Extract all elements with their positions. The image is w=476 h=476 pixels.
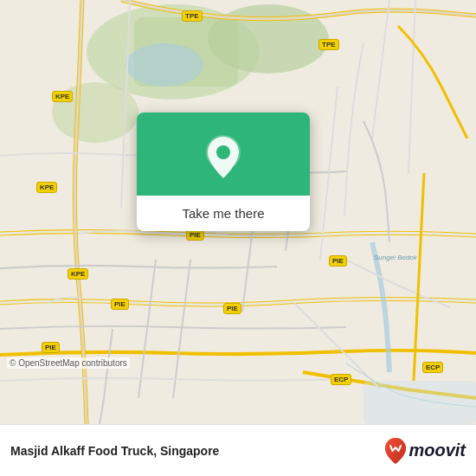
road-label-pie3: PIE [42, 342, 60, 353]
moovit-pin-icon [384, 437, 407, 465]
road-label-pie4: PIE [329, 255, 347, 267]
road-label-ecp2: ECP [422, 362, 443, 373]
svg-point-9 [216, 145, 230, 159]
road-label-pie5: PIE [223, 303, 241, 314]
svg-point-5 [125, 43, 203, 87]
place-name: Masjid Alkaff Food Truck, Singapore [10, 444, 219, 458]
moovit-brand-text: moovit [408, 441, 466, 460]
location-pin-icon [203, 133, 244, 182]
take-me-there-button[interactable]: Take me there [168, 196, 278, 231]
svg-text:Sungei Bedok: Sungei Bedok [374, 254, 418, 261]
popup-green-area [137, 113, 310, 196]
road-label-kpe3: KPE [68, 268, 88, 280]
popup-card: Take me there [137, 113, 310, 231]
road-label-ecp1: ECP [331, 374, 351, 385]
road-label-kpe2: KPE [36, 182, 57, 193]
copyright-text: © OpenStreetMap contributors [7, 357, 130, 369]
place-info: Masjid Alkaff Food Truck, Singapore [10, 444, 219, 458]
svg-rect-6 [363, 381, 476, 424]
road-label-pie2: PIE [111, 299, 129, 310]
bottom-bar: Masjid Alkaff Food Truck, Singapore moov… [0, 424, 476, 476]
moovit-logo: moovit [384, 437, 466, 465]
road-label-kpe1: KPE [52, 91, 73, 102]
road-label-tpe1: TPE [182, 10, 203, 22]
road-label-tpe2: TPE [318, 39, 339, 50]
map-container: Sungei Bedok KPE KPE KPE PIE PIE PIE PIE… [0, 0, 476, 424]
